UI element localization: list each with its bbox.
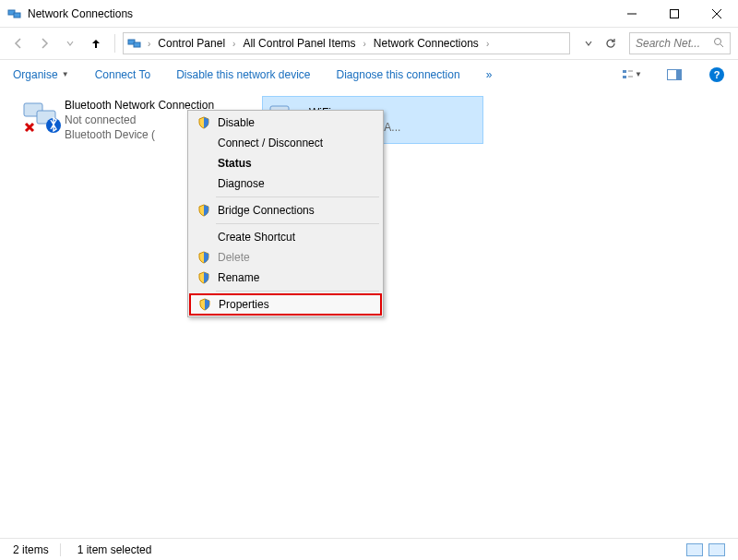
up-button[interactable] bbox=[85, 32, 107, 54]
search-input[interactable] bbox=[629, 32, 731, 54]
breadcrumb-item[interactable]: All Control Panel Items bbox=[239, 37, 359, 50]
refresh-button[interactable] bbox=[600, 32, 622, 54]
svg-line-9 bbox=[720, 44, 723, 47]
menu-disable[interactable]: Disable bbox=[190, 113, 381, 133]
svg-rect-7 bbox=[134, 42, 140, 47]
details-view-button[interactable] bbox=[686, 543, 703, 556]
chevron-right-icon[interactable]: › bbox=[361, 39, 367, 49]
maximize-button[interactable] bbox=[653, 0, 696, 28]
view-options-icon[interactable]: ▼ bbox=[622, 65, 642, 85]
menu-status[interactable]: Status bbox=[190, 153, 381, 173]
menu-separator bbox=[216, 197, 379, 197]
menu-diagnose[interactable]: Diagnose bbox=[190, 173, 381, 194]
menu-bridge-connections[interactable]: Bridge Connections bbox=[190, 200, 381, 220]
status-item-count: 2 items bbox=[13, 543, 61, 556]
bluetooth-connection-icon bbox=[20, 98, 65, 135]
menu-delete[interactable]: Delete bbox=[190, 247, 381, 268]
organise-menu[interactable]: Organise▼ bbox=[11, 65, 71, 85]
svg-rect-10 bbox=[623, 70, 626, 73]
icons-view-button[interactable] bbox=[708, 543, 725, 556]
close-button[interactable] bbox=[696, 0, 738, 28]
svg-rect-11 bbox=[623, 76, 626, 78]
preview-pane-icon[interactable] bbox=[664, 65, 684, 85]
minimize-button[interactable] bbox=[611, 0, 653, 28]
overflow-button[interactable]: » bbox=[484, 65, 494, 85]
status-bar: 2 items 1 item selected bbox=[0, 538, 738, 560]
breadcrumb-item[interactable]: Network Connections bbox=[370, 37, 482, 50]
disable-device-button[interactable]: Disable this network device bbox=[174, 65, 312, 85]
back-button[interactable] bbox=[7, 32, 30, 54]
app-icon bbox=[7, 6, 22, 21]
menu-connect-disconnect[interactable]: Connect / Disconnect bbox=[190, 133, 381, 153]
connect-to-button[interactable]: Connect To bbox=[93, 65, 153, 85]
status-selected-count: 1 item selected bbox=[77, 543, 152, 556]
location-icon bbox=[127, 36, 142, 51]
forward-button[interactable] bbox=[33, 32, 55, 54]
menu-separator bbox=[216, 291, 379, 292]
menu-separator bbox=[216, 223, 379, 224]
context-menu: Disable Connect / Disconnect Status Diag… bbox=[187, 110, 384, 317]
svg-rect-3 bbox=[671, 9, 679, 18]
menu-properties[interactable]: Properties bbox=[189, 293, 382, 316]
svg-rect-1 bbox=[14, 13, 20, 18]
separator bbox=[114, 34, 115, 53]
menu-rename[interactable]: Rename bbox=[190, 268, 381, 288]
recent-dropdown[interactable] bbox=[59, 32, 81, 54]
svg-point-8 bbox=[715, 38, 721, 44]
window-title: Network Connections bbox=[28, 7, 611, 20]
diagnose-connection-button[interactable]: Diagnose this connection bbox=[335, 65, 462, 85]
menu-create-shortcut[interactable]: Create Shortcut bbox=[190, 227, 381, 247]
breadcrumb[interactable]: › Control Panel › All Control Panel Item… bbox=[123, 32, 570, 54]
search-icon bbox=[713, 37, 724, 51]
chevron-right-icon[interactable]: › bbox=[146, 39, 152, 49]
chevron-right-icon[interactable]: › bbox=[484, 39, 491, 49]
chevron-right-icon[interactable]: › bbox=[231, 39, 237, 49]
svg-rect-15 bbox=[676, 69, 682, 79]
breadcrumb-item[interactable]: Control Panel bbox=[154, 37, 229, 50]
dropdown-icon[interactable] bbox=[577, 32, 600, 54]
help-button[interactable]: ? bbox=[707, 65, 727, 85]
search-field[interactable] bbox=[636, 37, 709, 50]
